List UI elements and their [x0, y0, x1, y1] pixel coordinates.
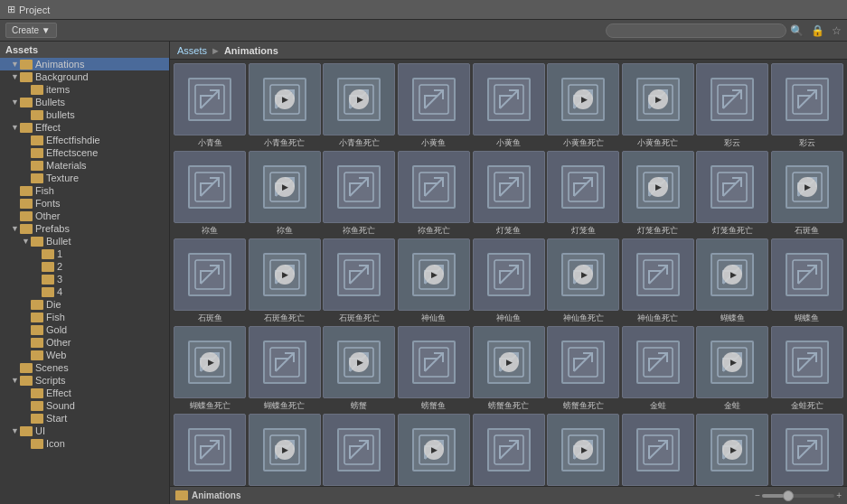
create-button[interactable]: Create ▼ [5, 23, 57, 38]
play-overlay[interactable]: ▶ [722, 265, 742, 285]
asset-item[interactable]: ▶小青鱼死亡 [249, 63, 322, 149]
sidebar-item-num2[interactable]: 2 [0, 260, 169, 273]
sidebar-item-num1[interactable]: 1 [0, 247, 169, 260]
sidebar-item-materials[interactable]: Materials [0, 159, 169, 172]
asset-item[interactable]: ▶灯笼鱼死亡 [621, 151, 694, 237]
asset-item[interactable]: 螃蟹鱼 [398, 326, 471, 412]
sidebar-item-ui[interactable]: UI [0, 425, 169, 437]
sidebar-item-effect[interactable]: Effect [0, 121, 169, 134]
asset-item[interactable]: 灯笼鱼 [472, 151, 545, 237]
sidebar-item-fonts[interactable]: Fonts [0, 197, 169, 210]
sidebar-item-num4[interactable]: 4 [0, 285, 169, 298]
sidebar-item-fish[interactable]: Fish [0, 184, 169, 197]
asset-item[interactable]: ▶棍鱼 [249, 414, 322, 486]
sidebar-item-sound[interactable]: Sound [0, 399, 169, 412]
sidebar-item-effectfishdie[interactable]: Effectfishdie [0, 134, 169, 146]
play-overlay[interactable]: ▶ [275, 440, 295, 460]
play-overlay[interactable]: ▶ [349, 89, 369, 109]
play-overlay[interactable]: ▶ [424, 440, 444, 460]
asset-item[interactable]: 石斑鱼死亡 [323, 238, 396, 324]
asset-item[interactable]: 金蛙 [621, 326, 694, 412]
play-overlay[interactable]: ▶ [200, 352, 220, 372]
asset-item[interactable]: 石斑鱼 [174, 238, 247, 324]
asset-item[interactable]: 神仙鱼 [472, 238, 545, 324]
play-overlay[interactable]: ▶ [648, 89, 668, 109]
asset-item[interactable]: 棍鱼 [323, 414, 396, 486]
asset-item[interactable]: ▶小黄鱼死亡 [547, 63, 620, 149]
asset-item[interactable]: ▶石斑鱼死亡 [249, 238, 322, 324]
zoom-out-icon[interactable]: − [755, 490, 760, 500]
asset-item[interactable]: ▶蝴蝶鱼 [696, 238, 769, 324]
play-overlay[interactable]: ▶ [573, 440, 593, 460]
sidebar-item-start[interactable]: Start [0, 412, 169, 425]
asset-item[interactable]: 灯笼鱼 [547, 151, 620, 237]
sidebar-item-num3[interactable]: 3 [0, 273, 169, 285]
asset-item[interactable]: ▶石斑鱼 [771, 151, 844, 237]
asset-item[interactable]: ▶金蛙 [696, 326, 769, 412]
asset-item[interactable]: 棍鱼死亡 [472, 414, 545, 486]
asset-item[interactable]: 祢鱼 [174, 151, 247, 237]
asset-item[interactable]: ▶棍鱼死亡 [398, 414, 471, 486]
play-overlay[interactable]: ▶ [573, 265, 593, 285]
play-overlay[interactable]: ▶ [722, 352, 742, 372]
search-icon[interactable]: 🔍 [790, 24, 804, 37]
play-overlay[interactable]: ▶ [349, 352, 369, 372]
sidebar-item-prefabs[interactable]: Prefabs [0, 222, 169, 235]
asset-item[interactable]: 金蛙死亡 [174, 414, 247, 486]
asset-item[interactable]: ▶螃蟹鱼死亡 [472, 326, 545, 412]
asset-item[interactable]: 魔鬼鱼 [621, 414, 694, 486]
sidebar-item-web[interactable]: Web [0, 349, 169, 361]
sidebar-item-bullets[interactable]: Bullets [0, 96, 169, 108]
zoom-slider-thumb[interactable] [783, 490, 794, 501]
zoom-in-icon[interactable]: + [836, 490, 842, 500]
play-overlay[interactable]: ▶ [275, 265, 295, 285]
lock-icon[interactable]: 🔒 [811, 24, 824, 37]
play-overlay[interactable]: ▶ [499, 352, 519, 372]
sidebar-item-scenes[interactable]: Scenes [0, 361, 169, 374]
asset-item[interactable]: ▶祢鱼 [249, 151, 322, 237]
sidebar-item-effect-sc[interactable]: Effect [0, 387, 169, 399]
asset-item[interactable]: 魔鬼鱼死亡 [771, 414, 844, 486]
asset-item[interactable]: 小黄鱼 [472, 63, 545, 149]
asset-item[interactable]: ▶螃蟹 [323, 326, 396, 412]
asset-item[interactable]: ▶蝴蝶鱼死亡 [174, 326, 247, 412]
play-overlay[interactable]: ▶ [722, 440, 742, 460]
asset-item[interactable]: 蝴蝶鱼死亡 [249, 326, 322, 412]
sidebar-item-items[interactable]: items [0, 83, 169, 96]
asset-item[interactable]: 祢鱼死亡 [323, 151, 396, 237]
asset-item[interactable]: 小青鱼 [174, 63, 247, 149]
play-overlay[interactable]: ▶ [424, 265, 444, 285]
play-overlay[interactable]: ▶ [648, 177, 668, 197]
sidebar-item-animations[interactable]: Animations [0, 58, 169, 70]
sidebar-item-die[interactable]: Die [0, 298, 169, 311]
asset-item[interactable]: ▶魔鬼鱼 [547, 414, 620, 486]
sidebar-item-effectscene[interactable]: Effectscene [0, 146, 169, 159]
asset-item[interactable]: 金蛙死亡 [771, 326, 844, 412]
sidebar-item-background[interactable]: Background [0, 70, 169, 83]
asset-item[interactable]: 神仙鱼死亡 [621, 238, 694, 324]
sidebar-item-bullet-pref[interactable]: Bullet [0, 235, 169, 247]
play-overlay[interactable]: ▶ [573, 89, 593, 109]
asset-item[interactable]: 彩云 [696, 63, 769, 149]
asset-item[interactable]: 小黄鱼 [398, 63, 471, 149]
play-overlay[interactable]: ▶ [275, 177, 295, 197]
asset-item[interactable]: ▶小青鱼死亡 [323, 63, 396, 149]
asset-item[interactable]: ▶神仙鱼死亡 [547, 238, 620, 324]
asset-item[interactable]: ▶小黄鱼死亡 [621, 63, 694, 149]
asset-item[interactable]: 蝴蝶鱼 [771, 238, 844, 324]
sidebar-item-bullets-sub[interactable]: bullets [0, 108, 169, 121]
search-input[interactable] [606, 23, 786, 38]
sidebar-item-other[interactable]: Other [0, 210, 169, 222]
breadcrumb-root[interactable]: Assets [177, 45, 207, 56]
asset-item[interactable]: 祢鱼死亡 [398, 151, 471, 237]
asset-item[interactable]: 彩云 [771, 63, 844, 149]
play-overlay[interactable]: ▶ [797, 177, 817, 197]
asset-item[interactable]: 灯笼鱼死亡 [696, 151, 769, 237]
asset-item[interactable]: ▶神仙鱼 [398, 238, 471, 324]
sidebar-item-scripts[interactable]: Scripts [0, 374, 169, 387]
asset-item[interactable]: 螃蟹鱼死亡 [547, 326, 620, 412]
star-icon[interactable]: ☆ [832, 24, 842, 37]
sidebar-item-gold[interactable]: Gold [0, 323, 169, 336]
sidebar-item-icon[interactable]: Icon [0, 437, 169, 450]
sidebar-item-fish-pref[interactable]: Fish [0, 311, 169, 323]
